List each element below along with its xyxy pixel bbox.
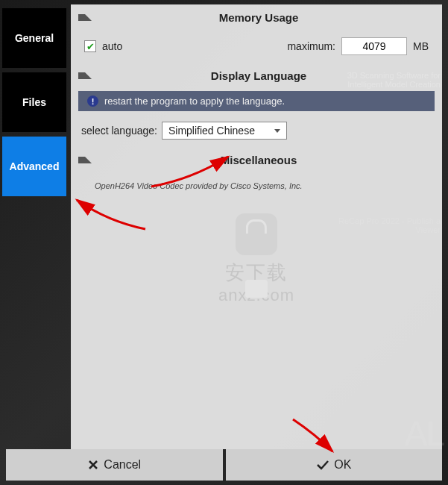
- tab-general[interactable]: General: [2, 8, 66, 68]
- auto-label: auto: [102, 40, 122, 52]
- collapse-icon[interactable]: [78, 14, 92, 21]
- settings-panel: Memory Usage ✔ auto maximum: MB Display …: [71, 4, 442, 449]
- memory-row: ✔ auto maximum: MB: [71, 30, 442, 63]
- section-misc-header[interactable]: Miscellaneous: [71, 147, 442, 172]
- unit-label: MB: [413, 40, 429, 52]
- tab-files[interactable]: Files: [2, 72, 66, 132]
- check-icon: [316, 460, 329, 470]
- select-language-label: select language:: [81, 125, 157, 137]
- settings-sidebar: General Files Advanced: [0, 0, 71, 449]
- language-selected: Simplified Chinese: [168, 125, 255, 137]
- info-text: restart the program to apply the languag…: [104, 96, 285, 107]
- section-title-memory: Memory Usage: [99, 11, 435, 24]
- language-row: select language: Simplified Chinese: [71, 114, 442, 147]
- watermark: 安下载 anxz.com: [218, 213, 294, 305]
- dialog-footer: Cancel OK: [6, 449, 442, 481]
- section-title-misc: Miscellaneous: [99, 154, 435, 166]
- language-dropdown[interactable]: Simplified Chinese: [162, 122, 287, 140]
- lock-icon: [236, 213, 277, 255]
- section-language-header[interactable]: Display Language: [71, 63, 442, 88]
- section-memory-header[interactable]: Memory Usage: [71, 4, 442, 30]
- maximum-label: maximum:: [287, 40, 335, 52]
- close-icon: [87, 459, 99, 471]
- cancel-button[interactable]: Cancel: [6, 449, 223, 481]
- ok-button[interactable]: OK: [226, 449, 443, 481]
- tab-advanced[interactable]: Advanced: [2, 137, 66, 196]
- chevron-down-icon: [274, 129, 280, 133]
- codec-text: OpenH264 Video Codec provided by Cisco S…: [71, 172, 442, 199]
- language-info-bar: ! restart the program to apply the langu…: [78, 91, 435, 111]
- section-title-language: Display Language: [99, 69, 435, 82]
- info-icon: !: [87, 96, 98, 107]
- collapse-icon[interactable]: [78, 72, 92, 79]
- collapse-icon[interactable]: [78, 157, 92, 163]
- maximum-input[interactable]: [341, 37, 407, 55]
- auto-checkbox[interactable]: ✔: [84, 40, 96, 52]
